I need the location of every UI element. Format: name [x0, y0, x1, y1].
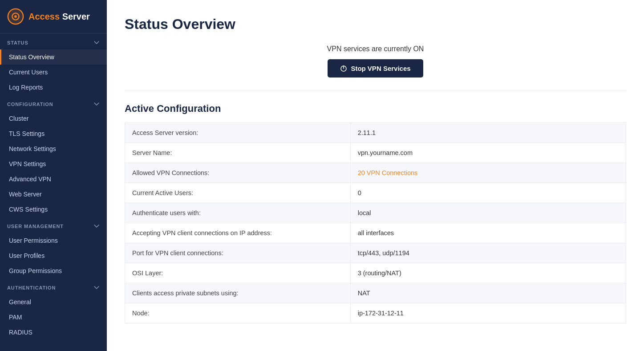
sidebar-item-cws-settings[interactable]: CWS Settings [0, 202, 107, 217]
table-row: Current Active Users:0 [125, 183, 626, 203]
table-row: OSI Layer:3 (routing/NAT) [125, 263, 626, 283]
sidebar-item-user-permissions[interactable]: User Permissions [0, 233, 107, 248]
sidebar-item-radius[interactable]: RADIUS [0, 325, 107, 340]
sidebar-item-tls-settings[interactable]: TLS Settings [0, 126, 107, 141]
table-row: Server Name:vpn.yourname.com [125, 143, 626, 163]
sidebar-item-network-settings[interactable]: Network Settings [0, 141, 107, 156]
configuration-section: CONFIGURATION Cluster TLS Settings Netwo… [0, 95, 107, 217]
config-value: 2.11.1 [350, 123, 626, 143]
table-row: Access Server version:2.11.1 [125, 123, 626, 143]
status-section-header[interactable]: STATUS [0, 33, 107, 49]
config-value: vpn.yourname.com [350, 143, 626, 163]
config-value: 0 [350, 183, 626, 203]
vpn-status-text: VPN services are currently ON [125, 45, 626, 53]
status-section: STATUS Status Overview Current Users Log… [0, 33, 107, 95]
sidebar-item-vpn-settings[interactable]: VPN Settings [0, 156, 107, 171]
config-label: Authenticate users with: [125, 203, 351, 223]
config-value[interactable]: 20 VPN Connections [350, 163, 626, 183]
config-label: Current Active Users: [125, 183, 351, 203]
config-table: Access Server version:2.11.1Server Name:… [125, 122, 626, 323]
config-label: Access Server version: [125, 123, 351, 143]
configuration-section-header[interactable]: CONFIGURATION [0, 95, 107, 111]
table-row: Accepting VPN client connections on IP a… [125, 223, 626, 243]
stop-vpn-button[interactable]: Stop VPN Services [328, 59, 423, 78]
chevron-down-icon [93, 101, 100, 107]
sidebar-item-advanced-vpn[interactable]: Advanced VPN [0, 171, 107, 187]
vpn-status-bar: VPN services are currently ON Stop VPN S… [125, 45, 626, 78]
sidebar-item-log-reports[interactable]: Log Reports [0, 80, 107, 95]
svg-point-3 [14, 15, 17, 18]
config-value: all interfaces [350, 223, 626, 243]
chevron-down-icon [93, 285, 100, 291]
table-row: Clients access private subnets using:NAT [125, 283, 626, 303]
authentication-section: AUTHENTICATION General PAM RADIUS [0, 278, 107, 340]
config-value: tcp/443, udp/1194 [350, 243, 626, 263]
user-management-section: USER MANAGEMENT User Permissions User Pr… [0, 217, 107, 278]
main-content: Status Overview VPN services are current… [107, 0, 644, 351]
sidebar-item-user-profiles[interactable]: User Profiles [0, 248, 107, 263]
table-row: Node:ip-172-31-12-11 [125, 303, 626, 323]
app-logo[interactable]: Access Server [0, 0, 107, 33]
table-row: Authenticate users with:local [125, 203, 626, 223]
chevron-down-icon [93, 223, 100, 229]
app-name: Access Server [28, 12, 90, 22]
section-divider [125, 90, 626, 90]
config-label: Allowed VPN Connections: [125, 163, 351, 183]
config-value: local [350, 203, 626, 223]
power-icon [340, 65, 347, 72]
sidebar-item-current-users[interactable]: Current Users [0, 65, 107, 80]
authentication-section-header[interactable]: AUTHENTICATION [0, 278, 107, 294]
sidebar-item-general[interactable]: General [0, 294, 107, 310]
table-row: Port for VPN client connections:tcp/443,… [125, 243, 626, 263]
config-label: Node: [125, 303, 351, 323]
config-label: Server Name: [125, 143, 351, 163]
sidebar-item-group-permissions[interactable]: Group Permissions [0, 263, 107, 278]
sidebar-item-web-server[interactable]: Web Server [0, 187, 107, 202]
config-label: Clients access private subnets using: [125, 283, 351, 303]
logo-icon [7, 8, 24, 25]
config-label: OSI Layer: [125, 263, 351, 283]
sidebar-item-cluster[interactable]: Cluster [0, 111, 107, 126]
sidebar-item-pam[interactable]: PAM [0, 310, 107, 325]
config-value: 3 (routing/NAT) [350, 263, 626, 283]
sidebar: Access Server STATUS Status Overview Cur… [0, 0, 107, 351]
config-label: Accepting VPN client connections on IP a… [125, 223, 351, 243]
user-management-section-header[interactable]: USER MANAGEMENT [0, 217, 107, 233]
config-label: Port for VPN client connections: [125, 243, 351, 263]
chevron-down-icon [93, 40, 100, 46]
config-value: ip-172-31-12-11 [350, 303, 626, 323]
page-title: Status Overview [125, 16, 626, 33]
sidebar-item-status-overview[interactable]: Status Overview [0, 49, 107, 65]
config-value: NAT [350, 283, 626, 303]
active-configuration-title: Active Configuration [125, 103, 626, 114]
table-row: Allowed VPN Connections:20 VPN Connectio… [125, 163, 626, 183]
